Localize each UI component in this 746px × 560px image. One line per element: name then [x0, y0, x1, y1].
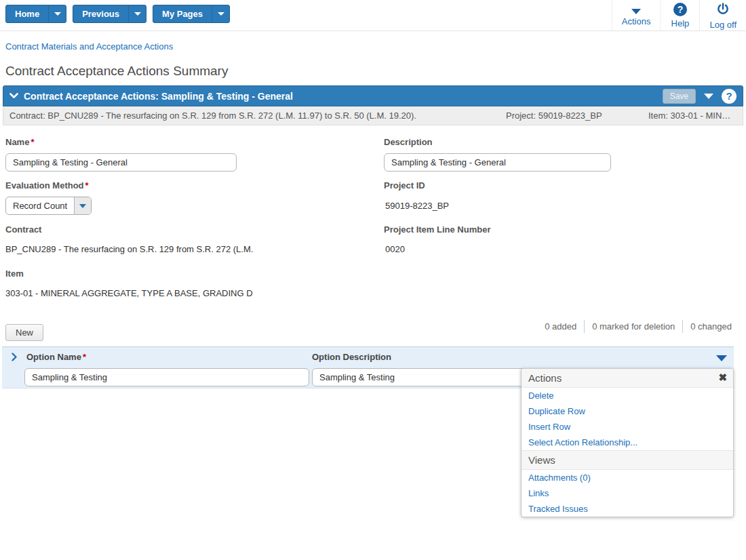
context-contract: Contract: BP_CNU289 - The resurfacing on… — [9, 111, 416, 121]
log-off-label: Log off — [709, 20, 737, 30]
item-value: 303-01 - MINERAL AGGREGATE, TYPE A BASE,… — [5, 288, 253, 298]
breadcrumb[interactable]: Contract Materials and Acceptance Action… — [5, 41, 173, 52]
chevron-down-icon — [54, 12, 61, 16]
menu-item-tracked-issues[interactable]: Tracked Issues — [522, 501, 733, 517]
context-project: Project: 59019-8223_BP — [506, 111, 602, 121]
utility-group: Actions ? Help Log off — [612, 0, 746, 31]
evaluation-method-dropdown[interactable]: Record Count — [5, 197, 92, 215]
previous-button[interactable]: Previous — [73, 5, 146, 23]
menu-section-actions: Actions ✖ — [522, 369, 733, 388]
new-button[interactable]: New — [5, 324, 43, 341]
option-name-input[interactable] — [24, 368, 309, 386]
global-actions-menu[interactable]: Actions — [612, 0, 661, 31]
home-button[interactable]: Home — [5, 5, 66, 23]
nav-button-group: Home Previous My Pages — [0, 0, 230, 23]
row-expand-chevron-icon[interactable] — [12, 352, 18, 364]
menu-item-links[interactable]: Links — [522, 485, 733, 501]
collapse-chevron-icon[interactable] — [9, 93, 18, 99]
contract-value: BP_CNU289 - The resurfacing on S.R. 129 … — [5, 244, 253, 254]
panel-title: Contract Acceptance Actions: Sampling & … — [24, 91, 293, 102]
top-navigation-bar: Home Previous My Pages Actions ? Help Lo… — [0, 0, 746, 31]
project-item-line-number-value: 0020 — [385, 244, 405, 254]
added-counter: 0 added — [537, 320, 584, 333]
description-label: Description — [384, 137, 433, 147]
description-input[interactable] — [384, 153, 611, 172]
close-icon[interactable]: ✖ — [718, 372, 727, 384]
actions-label: Actions — [622, 16, 651, 26]
required-asterisk: * — [85, 180, 89, 191]
evaluation-method-value: Record Count — [6, 197, 74, 214]
name-label: Name* — [5, 137, 34, 147]
chevron-down-icon — [218, 12, 224, 16]
context-item: Item: 303-01 - MIN… — [648, 111, 741, 121]
panel-header-controls: Save ? — [663, 89, 737, 104]
menu-item-insert-row[interactable]: Insert Row — [522, 419, 733, 435]
menu-item-delete[interactable]: Delete — [522, 388, 733, 403]
name-input[interactable] — [5, 153, 237, 172]
actions-triangle-icon — [631, 9, 641, 14]
menu-item-select-action-relationship[interactable]: Select Action Relationship... — [522, 435, 733, 450]
panel-help-icon[interactable]: ? — [722, 89, 737, 104]
help-icon: ? — [673, 3, 687, 16]
evaluation-method-label: Evaluation Method* — [5, 180, 89, 191]
required-asterisk: * — [83, 352, 86, 362]
item-label: Item — [5, 268, 24, 279]
chevron-down-icon — [79, 204, 86, 208]
previous-button-label: Previous — [73, 5, 128, 22]
marked-for-deletion-counter: 0 marked for deletion — [584, 320, 682, 333]
menu-item-duplicate-row[interactable]: Duplicate Row — [522, 403, 733, 419]
previous-dropdown-toggle[interactable] — [128, 5, 146, 22]
context-strip: Contract: BP_CNU289 - The resurfacing on… — [3, 106, 743, 125]
chevron-down-icon — [134, 12, 141, 16]
row-actions-popup-menu: Actions ✖ Delete Duplicate Row Insert Ro… — [521, 368, 734, 517]
save-button[interactable]: Save — [663, 89, 696, 104]
home-button-label: Home — [6, 5, 48, 22]
panel-header: Contract Acceptance Actions: Sampling & … — [3, 85, 743, 106]
menu-section-views: Views — [522, 450, 733, 470]
dropdown-arrow-section[interactable] — [74, 197, 91, 214]
project-item-line-number-label: Project Item Line Number — [384, 224, 490, 235]
page-title: Contract Acceptance Actions Summary — [5, 64, 228, 79]
project-id-value: 59019-8223_BP — [385, 201, 449, 211]
my-pages-dropdown-toggle[interactable] — [212, 5, 229, 22]
option-name-column-label: Option Name* — [26, 352, 86, 362]
log-off-button[interactable]: Log off — [699, 0, 746, 31]
my-pages-button-label: My Pages — [153, 5, 212, 22]
change-counters: 0 added 0 marked for deletion 0 changed — [537, 320, 739, 333]
contract-label: Contract — [5, 224, 41, 235]
my-pages-button[interactable]: My Pages — [153, 5, 230, 23]
help-label: Help — [671, 18, 690, 28]
project-id-label: Project ID — [384, 180, 425, 191]
changed-counter: 0 changed — [682, 320, 739, 333]
menu-item-attachments[interactable]: Attachments (0) — [522, 470, 733, 485]
save-dropdown-icon[interactable] — [704, 94, 713, 99]
row-actions-menu-icon[interactable] — [716, 355, 727, 361]
help-button[interactable]: ? Help — [660, 0, 699, 31]
required-asterisk: * — [31, 137, 34, 147]
option-description-column-label: Option Description — [312, 352, 391, 362]
home-dropdown-toggle[interactable] — [48, 5, 66, 22]
power-icon — [716, 2, 730, 18]
